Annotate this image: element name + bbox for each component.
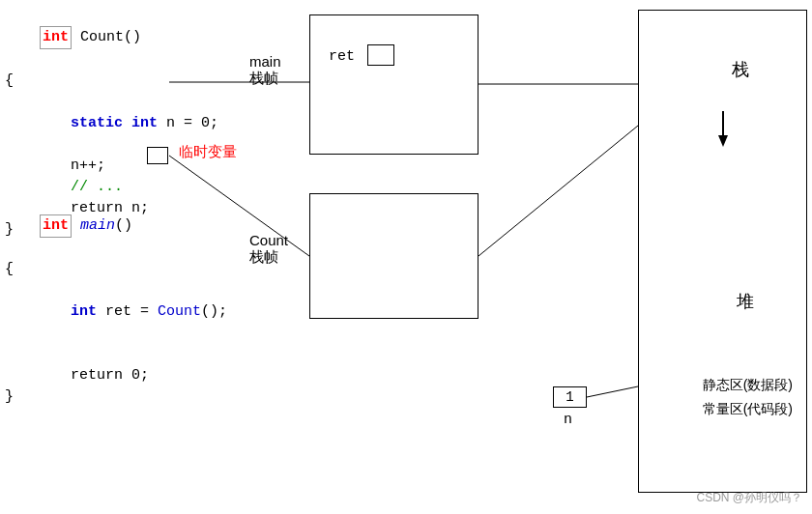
count-open-brace: { [5,71,218,92]
ret-label: ret [329,48,355,65]
temp-var-label: 临时变量 [179,143,237,161]
memory-const-label: 常量区(代码段) [703,401,793,418]
main-function-code: int main() { int ret = Count(); return 0… [5,193,227,408]
memory-heap-label: 堆 [737,290,754,313]
ret-value-box [367,44,394,66]
memory-stack-label: 栈 [732,58,749,81]
memory-diagram [638,10,807,493]
n-value-box: 1 [553,386,587,408]
temp-var-box [147,147,168,164]
main-signature-line: int main() [5,193,227,259]
memory-static-label: 静态区(数据段) [703,377,793,394]
count-function-signature: Count() [72,29,141,45]
count-frame-label: Count栈帧 [249,232,288,267]
main-frame-box [309,14,478,155]
main-int-ret-line: int ret = Count(); [5,280,227,344]
main-close-brace: } [5,386,227,408]
main-open-brace: { [5,259,227,280]
main-return-line: return 0; [5,365,227,386]
int-keyword-count: int [40,26,72,49]
svg-line-6 [587,386,638,397]
main-frame-label: main栈帧 [249,53,281,88]
int-keyword-main: int [40,214,72,238]
n-label: n [564,412,572,428]
count-frame-box [309,193,478,319]
watermark: CSDN @孙明仪吗？ [696,490,802,506]
svg-line-3 [478,126,638,256]
